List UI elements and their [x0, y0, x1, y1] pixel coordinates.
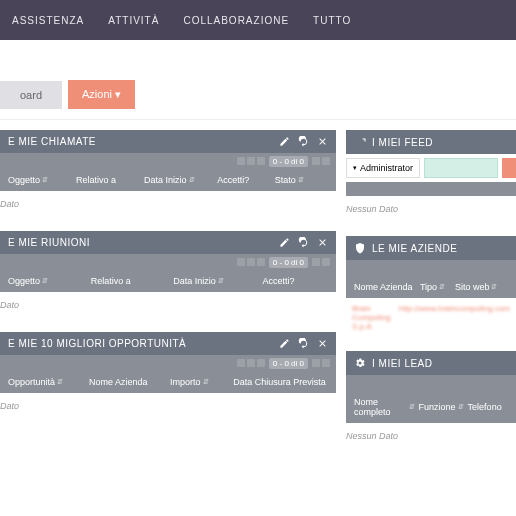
close-icon[interactable]: [317, 338, 328, 349]
sub-bar: oard Azioni ▾: [0, 70, 516, 120]
feed-submit-button[interactable]: [502, 158, 516, 178]
col-opportunita[interactable]: Opportunità⇵: [8, 377, 85, 387]
col-telefono[interactable]: Telefono: [468, 397, 508, 417]
pencil-icon[interactable]: [279, 338, 290, 349]
top-nav: ASSISTENZA ATTIVITÀ COLLABORAZIONE TUTTO: [0, 0, 516, 40]
close-icon[interactable]: [317, 136, 328, 147]
panel-opportunita: E MIE 10 MIGLIORI OPPORTUNITÀ 0 - 0 di 0…: [0, 332, 336, 419]
close-icon[interactable]: [317, 237, 328, 248]
col-accetti[interactable]: Accetti?: [217, 175, 270, 185]
col-relativo[interactable]: Relativo a: [91, 276, 170, 286]
pencil-icon[interactable]: [279, 136, 290, 147]
refresh-icon[interactable]: [298, 237, 309, 248]
col-oggetto[interactable]: Oggetto⇵: [8, 175, 72, 185]
col-sito[interactable]: Sito web⇵: [455, 282, 508, 292]
panel-title: E MIE RIUNIONI: [8, 237, 279, 248]
col-oggetto[interactable]: Oggetto⇵: [8, 276, 87, 286]
no-data-text: Nessun Dato: [346, 423, 516, 449]
cell-azienda: Brain Computing S.p.A.: [352, 304, 391, 331]
nav-collaborazione[interactable]: COLLABORAZIONE: [171, 15, 301, 26]
col-data[interactable]: Data Inizio⇵: [173, 276, 258, 286]
no-data-text: Dato: [0, 191, 336, 217]
gear-icon: [354, 357, 366, 369]
column-headers: Opportunità⇵ Nome Azienda Importo⇵ Data …: [0, 371, 336, 393]
col-nome-completo[interactable]: Nome completo⇵: [354, 397, 415, 417]
column-headers: Nome completo⇵ Funzione⇵ Telefono: [346, 391, 516, 423]
panel-riunioni: E MIE RIUNIONI 0 - 0 di 0 Oggetto⇵ Relat…: [0, 231, 336, 318]
panel-chiamate: E MIE CHIAMATE 0 - 0 di 0 Oggetto⇵ Relat…: [0, 130, 336, 217]
feed-input[interactable]: [424, 158, 498, 178]
col-chiusura[interactable]: Data Chiusura Prevista: [233, 377, 328, 387]
refresh-icon[interactable]: [298, 338, 309, 349]
panel-title: E MIE CHIAMATE: [8, 136, 279, 147]
col-importo[interactable]: Importo⇵: [170, 377, 229, 387]
column-headers: Nome Azienda Tipo⇵ Sito web⇵: [346, 276, 516, 298]
panel-title: E MIE 10 MIGLIORI OPPORTUNITÀ: [8, 338, 279, 349]
chart-icon: [354, 136, 366, 148]
tab-dashboard[interactable]: oard: [0, 81, 62, 109]
pager-text: 0 - 0 di 0: [269, 257, 308, 268]
feed-bar: [346, 182, 516, 196]
pager-text: 0 - 0 di 0: [269, 358, 308, 369]
panel-title: I MIEI FEED: [372, 137, 508, 148]
nav-tutto[interactable]: TUTTO: [301, 15, 363, 26]
col-stato[interactable]: Stato⇵: [275, 175, 328, 185]
column-headers: Oggetto⇵ Relativo a Data Inizio⇵ Accetti…: [0, 270, 336, 292]
table-row[interactable]: Brain Computing S.p.A. http://www.brainc…: [346, 298, 516, 337]
pager-bar: 0 - 0 di 0: [0, 355, 336, 371]
feed-user-select[interactable]: ▾Administrator: [346, 158, 420, 178]
shield-icon: [354, 242, 366, 254]
actions-button[interactable]: Azioni ▾: [68, 80, 135, 109]
col-accetti[interactable]: Accetti?: [262, 276, 328, 286]
nav-attivita[interactable]: ATTIVITÀ: [96, 15, 171, 26]
no-data-text: Dato: [0, 393, 336, 419]
panel-aziende: LE MIE AZIENDE Nome Azienda Tipo⇵ Sito w…: [346, 236, 516, 337]
pager-bar: 0 - 0 di 0: [0, 153, 336, 169]
refresh-icon[interactable]: [298, 136, 309, 147]
col-relativo[interactable]: Relativo a: [76, 175, 140, 185]
col-funzione[interactable]: Funzione⇵: [419, 397, 464, 417]
col-nome-azienda[interactable]: Nome Azienda: [354, 282, 416, 292]
col-tipo[interactable]: Tipo⇵: [420, 282, 451, 292]
pager-bar: [346, 375, 516, 391]
no-data-text: Nessun Dato: [346, 196, 516, 222]
pager-text: 0 - 0 di 0: [269, 156, 308, 167]
pager-bar: 0 - 0 di 0: [0, 254, 336, 270]
pencil-icon[interactable]: [279, 237, 290, 248]
no-data-text: Dato: [0, 292, 336, 318]
panel-title: LE MIE AZIENDE: [372, 243, 508, 254]
col-nome-azienda[interactable]: Nome Azienda: [89, 377, 166, 387]
pager-bar: [346, 260, 516, 276]
cell-sito: http://www.braincomputing.com: [399, 304, 510, 331]
col-data[interactable]: Data Inizio⇵: [144, 175, 213, 185]
panel-title: I MIEI LEAD: [372, 358, 508, 369]
panel-feed: I MIEI FEED ▾Administrator Nessun Dato: [346, 130, 516, 222]
nav-assistenza[interactable]: ASSISTENZA: [0, 15, 96, 26]
panel-lead: I MIEI LEAD Nome completo⇵ Funzione⇵ Tel…: [346, 351, 516, 449]
column-headers: Oggetto⇵ Relativo a Data Inizio⇵ Accetti…: [0, 169, 336, 191]
